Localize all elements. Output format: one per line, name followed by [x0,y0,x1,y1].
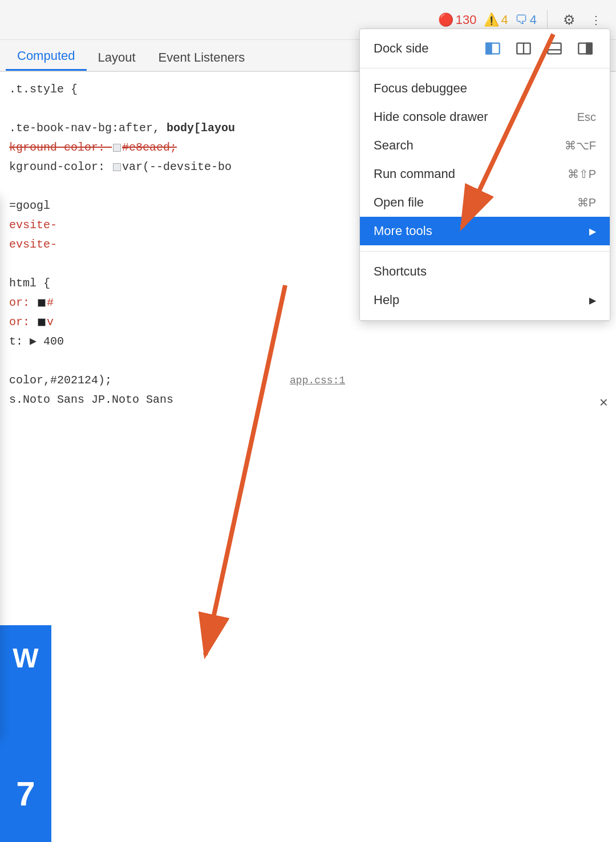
dock-separate-icon[interactable] [574,41,596,56]
dock-undock-icon[interactable] [482,41,504,56]
hide-console-shortcut: Esc [577,111,596,124]
more-options-button[interactable]: ⋮ [587,9,605,31]
tab-event-listeners[interactable]: Event Listeners [147,44,257,71]
menu-help[interactable]: Help ▶ [360,286,610,314]
code-line-14: t: ▶ 400 [9,332,607,351]
menu-more-tools[interactable]: More tools ▶ [360,217,610,245]
error-badge: 🔴 130 [438,13,477,27]
dock-right-icon[interactable] [513,41,534,56]
menu-hide-console-label: Hide console drawer [374,110,488,124]
run-command-shortcut: ⌘⇧P [568,167,596,181]
gear-dropdown-menu: Dock side [359,29,610,321]
dock-bottom-icon[interactable] [544,41,565,56]
menu-more-tools-label: More tools [374,224,432,238]
menu-open-file[interactable]: Open file ⌘P [360,188,610,217]
open-file-shortcut: ⌘P [577,196,596,209]
dock-side-section: Dock side [360,29,610,68]
menu-shortcuts-label: Shortcuts [374,264,427,279]
dock-side-row: Dock side [360,35,610,62]
help-arrow-icon: ▶ [589,295,596,306]
tab-layout-label: Layout [98,50,136,64]
more-tools-arrow-icon: ▶ [589,226,596,237]
tab-computed-label: Computed [17,48,75,63]
menu-search[interactable]: Search ⌘⌥F [360,131,610,160]
dock-side-label: Dock side [374,41,473,56]
close-button[interactable]: × [599,394,608,411]
menu-run-command-label: Run command [374,167,455,181]
warning-count: 4 [501,13,508,27]
menu-hide-console-drawer[interactable]: Hide console drawer Esc [360,103,610,131]
code-line-15 [9,351,607,371]
svg-rect-4 [548,43,561,54]
error-count: 130 [456,13,477,27]
svg-rect-7 [586,43,591,54]
tab-computed[interactable]: Computed [6,43,87,71]
tab-layout[interactable]: Layout [87,44,147,71]
gear-button[interactable]: ⚙ [558,9,581,31]
info-badge: 🗨 4 [515,13,537,27]
menu-focus-debuggee[interactable]: Focus debuggee [360,74,610,103]
search-shortcut: ⌘⌥F [565,139,596,152]
warning-badge: ⚠️ 4 [484,13,508,27]
menu-search-label: Search [374,138,414,153]
warning-icon: ⚠️ [484,13,499,27]
code-line-16: color,#202124); app.css:1 [9,371,607,390]
info-count: 4 [530,13,537,27]
menu-focus-debuggee-label: Focus debuggee [374,81,467,96]
menu-help-label: Help [374,293,399,307]
website-preview-panel: W 7 [0,625,51,842]
info-icon: 🗨 [515,13,528,27]
code-line-17: s.Noto Sans JP.Noto Sans [9,390,607,410]
tab-event-listeners-label: Event Listeners [159,50,245,64]
menu-run-command[interactable]: Run command ⌘⇧P [360,160,610,188]
menu-open-file-label: Open file [374,195,424,210]
website-preview-top: W [13,642,38,674]
website-preview-bottom: 7 [16,774,35,813]
gear-menu-section-1: Focus debuggee Hide console drawer Esc S… [360,68,610,252]
gear-menu-section-2: Shortcuts Help ▶ [360,252,610,321]
error-icon: 🔴 [438,13,453,27]
toolbar-divider [547,10,548,30]
app-css-reference[interactable]: app.css:1 [290,375,345,386]
svg-rect-1 [486,43,491,54]
menu-shortcuts[interactable]: Shortcuts [360,257,610,286]
